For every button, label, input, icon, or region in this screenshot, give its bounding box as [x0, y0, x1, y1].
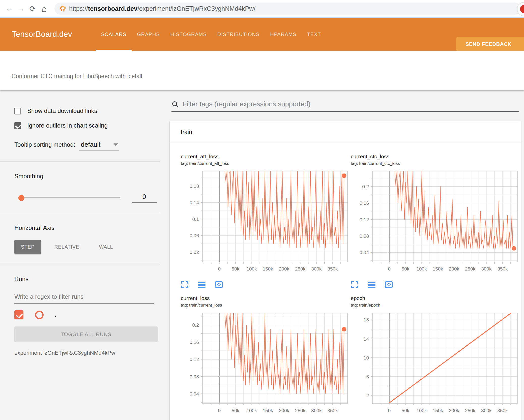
toggle-y-axis-icon[interactable] — [367, 281, 376, 289]
main-panel: train current_att_loss tag: train/curren… — [166, 90, 524, 420]
svg-text:350k: 350k — [497, 266, 508, 272]
line-chart[interactable]: 050k100k150k200k250k300k350k0.020.060.10… — [181, 170, 351, 277]
svg-text:300k: 300k — [481, 266, 492, 272]
chart-title: current_loss — [181, 295, 351, 301]
svg-text:0.16: 0.16 — [190, 340, 199, 345]
tab-hparams[interactable]: HPARAMS — [265, 18, 302, 51]
svg-text:100k: 100k — [416, 408, 427, 413]
group-title: train — [181, 129, 521, 142]
home-icon[interactable]: ⌂ — [38, 4, 50, 14]
svg-text:50k: 50k — [402, 266, 410, 272]
brand-title: TensorBoard.dev — [12, 30, 72, 39]
svg-text:18: 18 — [364, 317, 369, 322]
reload-icon[interactable]: ⟳ — [27, 4, 38, 13]
line-chart[interactable]: 050k100k150k200k250k300k350k0.040.080.12… — [181, 311, 351, 418]
tab-distributions[interactable]: DISTRIBUTIONS — [212, 18, 265, 51]
svg-text:0.08: 0.08 — [190, 374, 199, 379]
axis-step-button[interactable]: STEP — [14, 240, 41, 254]
checkbox-unchecked-icon[interactable] — [14, 108, 21, 114]
line-chart[interactable]: 050k100k150k200k250k300k350k0.040.080.12… — [351, 170, 521, 277]
svg-text:0.08: 0.08 — [360, 233, 369, 239]
forward-icon[interactable]: → — [15, 4, 27, 13]
svg-text:0.12: 0.12 — [360, 217, 369, 222]
chart-title: current_att_loss — [181, 154, 351, 160]
slider-knob[interactable] — [18, 195, 24, 201]
svg-text:150k: 150k — [263, 266, 273, 272]
runs-filter-input[interactable] — [14, 292, 154, 304]
fullscreen-icon[interactable] — [181, 281, 189, 289]
tooltip-sorting-select[interactable]: default — [79, 141, 119, 151]
train-card: train current_att_loss tag: train/curren… — [170, 121, 521, 420]
svg-text:0: 0 — [388, 408, 391, 413]
tab-text[interactable]: TEXT — [302, 18, 326, 51]
tag-filter-input[interactable] — [183, 100, 485, 108]
fit-domain-icon[interactable] — [215, 281, 223, 289]
search-icon — [171, 101, 179, 108]
axis-wall-button[interactable]: WALL — [92, 240, 120, 254]
fit-domain-icon[interactable] — [385, 281, 393, 289]
svg-text:350k: 350k — [497, 408, 508, 413]
chart-tag: tag: train/current_loss — [181, 303, 351, 308]
svg-text:100k: 100k — [246, 408, 257, 413]
url-bar[interactable]: https://tensorboard.dev/experiment/lzGnE… — [54, 3, 521, 15]
svg-text:0.14: 0.14 — [190, 200, 199, 205]
svg-text:0.12: 0.12 — [190, 357, 199, 362]
svg-text:150k: 150k — [263, 408, 273, 413]
run-checkbox[interactable] — [14, 310, 23, 319]
svg-text:0: 0 — [218, 408, 221, 413]
run-color-swatch — [35, 311, 44, 319]
chart-current-loss: current_loss tag: train/current_loss 050… — [181, 295, 351, 418]
app-header: TensorBoard.dev SCALARS GRAPHS HISTOGRAM… — [0, 18, 524, 51]
ignore-outliers-checkbox[interactable]: Ignore outliers in chart scaling — [14, 122, 160, 129]
svg-text:200k: 200k — [449, 408, 459, 413]
svg-text:300k: 300k — [311, 408, 322, 413]
charts-grid: current_att_loss tag: train/current_att_… — [181, 142, 521, 420]
svg-text:350k: 350k — [327, 266, 338, 272]
smoothing-value-input[interactable] — [132, 193, 157, 203]
tensorboard-favicon — [60, 5, 66, 12]
svg-text:150k: 150k — [433, 408, 443, 413]
smoothing-slider[interactable] — [19, 197, 120, 198]
svg-text:200k: 200k — [449, 266, 459, 272]
adblock-icon — [520, 5, 524, 13]
tab-graphs[interactable]: GRAPHS — [132, 18, 165, 51]
chevron-down-icon — [113, 143, 118, 146]
horizontal-axis-label: Horizontal Axis — [14, 224, 160, 231]
toggle-all-runs-button[interactable]: TOGGLE ALL RUNS — [14, 326, 158, 342]
svg-text:250k: 250k — [465, 266, 476, 272]
browser-chrome: ← → ⟳ ⌂ https://tensorboard.dev/experime… — [0, 0, 524, 18]
experiment-id-label: experiment lzGnETjwRxC3yghNMd4kPw — [14, 350, 160, 356]
axis-relative-button[interactable]: RELATIVE — [48, 240, 86, 254]
chart-current-att-loss: current_att_loss tag: train/current_att_… — [181, 154, 351, 289]
settings-sidebar: Show data download links Ignore outliers… — [0, 90, 166, 420]
fullscreen-icon[interactable] — [351, 281, 359, 289]
chart-tag: tag: train/current_att_loss — [181, 161, 351, 166]
run-name: . — [55, 312, 56, 318]
svg-text:250k: 250k — [295, 408, 306, 413]
chart-toolbar — [181, 281, 351, 289]
run-row: . — [14, 310, 160, 319]
svg-text:200k: 200k — [279, 408, 289, 413]
svg-text:100k: 100k — [246, 266, 257, 272]
chart-toolbar — [351, 281, 521, 289]
tab-histograms[interactable]: HISTOGRAMS — [165, 18, 212, 51]
line-chart[interactable]: 050k100k150k200k250k300k350k26101418 — [351, 311, 521, 418]
tag-filter[interactable] — [171, 100, 519, 112]
back-icon[interactable]: ← — [4, 4, 15, 13]
checkbox-checked-icon[interactable] — [14, 122, 21, 129]
experiment-title-bar: Conformer CTC training for LibriSpeech w… — [0, 51, 524, 90]
svg-text:0.16: 0.16 — [360, 200, 369, 206]
show-download-links-checkbox[interactable]: Show data download links — [14, 107, 160, 114]
chart-title: epoch — [351, 295, 521, 301]
svg-text:150k: 150k — [433, 266, 443, 272]
toggle-y-axis-icon[interactable] — [197, 281, 206, 289]
tooltip-sorting-row: Tooltip sorting method: default — [14, 141, 160, 151]
svg-text:0.04: 0.04 — [190, 391, 199, 397]
url-text: https://tensorboard.dev/experiment/lzGnE… — [69, 5, 255, 12]
chart-title: current_ctc_loss — [351, 154, 521, 160]
svg-text:50k: 50k — [402, 408, 410, 413]
svg-text:300k: 300k — [481, 408, 492, 413]
tab-scalars[interactable]: SCALARS — [96, 18, 132, 51]
experiment-title: Conformer CTC training for LibriSpeech w… — [12, 73, 142, 80]
send-feedback-button[interactable]: SEND FEEDBACK — [456, 37, 524, 51]
